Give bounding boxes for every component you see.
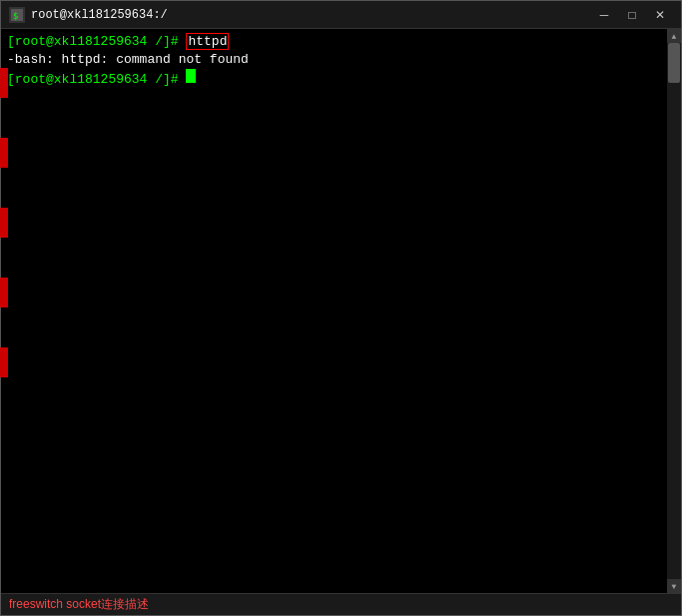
prompt-1: [root@xkl181259634 /]# <box>7 33 186 51</box>
error-message: -bash: httpd: command not found <box>7 51 249 69</box>
sidebar-item-1[interactable] <box>0 68 8 98</box>
title-bar-controls: ─ □ ✕ <box>591 5 673 25</box>
window-title: root@xkl181259634:/ <box>31 8 168 22</box>
sidebar-item-2[interactable] <box>0 138 8 168</box>
title-bar-left: $ root@xkl181259634:/ <box>9 7 168 23</box>
scrollbar-down-button[interactable]: ▼ <box>667 579 681 593</box>
status-bar: freeswitch socket连接描述 <box>1 593 681 615</box>
terminal-line-1: [root@xkl181259634 /]# httpd <box>7 33 675 51</box>
svg-text:$: $ <box>13 11 18 21</box>
terminal-window: $ root@xkl181259634:/ ─ □ ✕ [root@xkl181… <box>0 0 682 616</box>
close-button[interactable]: ✕ <box>647 5 673 25</box>
scrollbar[interactable]: ▲ ▼ <box>667 29 681 593</box>
terminal-body[interactable]: [root@xkl181259634 /]# httpd -bash: http… <box>1 29 681 593</box>
terminal-cursor <box>186 69 196 83</box>
minimize-button[interactable]: ─ <box>591 5 617 25</box>
sidebar-item-3[interactable] <box>0 208 8 238</box>
scrollbar-thumb[interactable] <box>668 43 680 83</box>
scrollbar-track <box>667 43 681 579</box>
terminal-line-3: [root@xkl181259634 /]# <box>7 69 675 89</box>
terminal-content[interactable]: [root@xkl181259634 /]# httpd -bash: http… <box>1 29 681 593</box>
prompt-3: [root@xkl181259634 /]# <box>7 71 186 89</box>
status-text: freeswitch socket连接描述 <box>9 596 149 613</box>
scrollbar-up-button[interactable]: ▲ <box>667 29 681 43</box>
command-highlight: httpd <box>186 33 229 51</box>
sidebar-item-4[interactable] <box>0 278 8 308</box>
terminal-icon: $ <box>9 7 25 23</box>
maximize-button[interactable]: □ <box>619 5 645 25</box>
title-bar: $ root@xkl181259634:/ ─ □ ✕ <box>1 1 681 29</box>
terminal-line-2: -bash: httpd: command not found <box>7 51 675 69</box>
highlight-box: httpd <box>186 33 229 50</box>
left-sidebar <box>0 28 8 594</box>
sidebar-item-5[interactable] <box>0 347 8 377</box>
